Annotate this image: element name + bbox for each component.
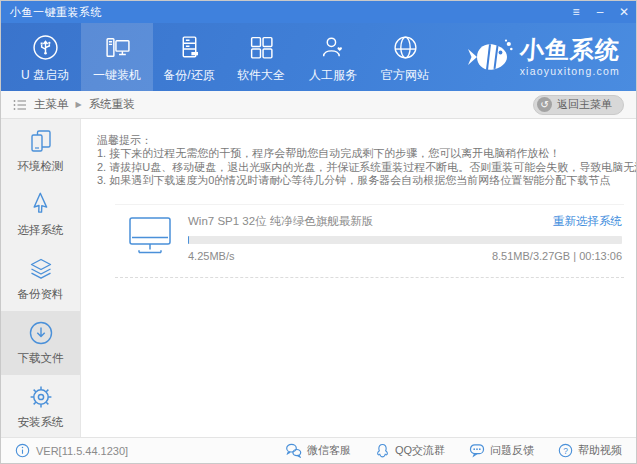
wechat-support-link[interactable]: 微信客服 [285, 443, 351, 458]
window-controls: ≡ – ✕ [564, 1, 636, 23]
layers-icon [28, 256, 54, 282]
nav-item-label: 官方网站 [381, 67, 429, 84]
sidebar-item-label: 选择系统 [18, 223, 64, 238]
website-icon [392, 31, 419, 61]
app-window: 小鱼一键重装系统 ≡ – ✕ U 盘启动 [0, 0, 637, 464]
status-link-label: 帮助视频 [578, 443, 622, 458]
wechat-icon [285, 443, 302, 458]
fish-logo-icon [467, 38, 513, 76]
sidebar-item-label: 备份资料 [18, 287, 64, 302]
close-icon[interactable]: ✕ [612, 1, 636, 23]
download-progress-text: 8.51MB/3.27GB | 00:13:06 [492, 250, 622, 262]
usb-icon [32, 31, 59, 61]
status-link-label: 问题反馈 [490, 443, 534, 458]
status-links: 微信客服 QQ交流群 [285, 443, 622, 459]
nav-item-label: U 盘启动 [21, 67, 69, 84]
download-progress-fill [188, 236, 189, 244]
top-nav: U 盘启动 一键装机 备份/ [1, 23, 636, 91]
sidebar-item-download-files[interactable]: 下载文件 [1, 311, 80, 375]
nav-item-software-center[interactable]: 软件大全 [225, 23, 297, 91]
help-video-link[interactable]: ? 帮助视频 [558, 443, 622, 458]
status-bar: VER[11.5.44.1230] 微信客服 [1, 437, 636, 463]
download-item: Win7 SP1 32位 纯净绿色旗舰最新版 重新选择系统 4.25MB/s 8… [115, 204, 624, 278]
gear-icon [28, 384, 54, 410]
download-details: Win7 SP1 32位 纯净绿色旗舰最新版 重新选择系统 4.25MB/s 8… [188, 214, 622, 262]
brand-logo: 小鱼系统 xiaoyuxitong.com [467, 23, 620, 91]
sidebar-item-install-system[interactable]: 安装系统 [1, 375, 80, 439]
feedback-icon [469, 443, 485, 458]
back-button-label: 返回主菜单 [557, 97, 612, 112]
monitor-icon [127, 215, 173, 257]
nav-item-label: 一键装机 [93, 67, 141, 84]
body-row: 环境检测 选择系统 备份资料 [1, 119, 636, 437]
download-name: Win7 SP1 32位 纯净绿色旗舰最新版 [188, 214, 553, 229]
download-speed: 4.25MB/s [188, 250, 234, 262]
status-link-label: QQ交流群 [395, 443, 445, 458]
breadcrumb-root[interactable]: 主菜单 [34, 97, 69, 112]
tips-title: 温馨提示： [97, 134, 624, 147]
nav-item-one-key-install[interactable]: 一键装机 [81, 23, 153, 91]
feedback-link[interactable]: 问题反馈 [469, 443, 534, 458]
nav-item-official-website[interactable]: 官方网站 [369, 23, 441, 91]
back-arrow-icon: ↺ [537, 97, 552, 112]
customer-service-icon [320, 31, 347, 61]
tips-line-2: 2. 请拔掉U盘、移动硬盘，退出光驱内的光盘，并保证系统重装过程不断电。否则重装… [97, 161, 624, 174]
tips-block: 温馨提示： 1. 接下来的过程无需您的干预，程序会帮助您自动完成剩下的步骤，您可… [97, 134, 624, 188]
info-icon [15, 443, 30, 458]
titlebar: 小鱼一键重装系统 ≡ – ✕ [1, 1, 636, 23]
cursor-icon [28, 192, 54, 218]
sidebar-item-label: 环境检测 [18, 159, 64, 174]
window-title: 小鱼一键重装系统 [10, 5, 102, 20]
menu-list-icon [13, 99, 27, 111]
sidebar: 环境检测 选择系统 备份资料 [1, 119, 81, 437]
logo-subtitle: xiaoyuxitong.com [520, 65, 620, 77]
sidebar-item-select-system[interactable]: 选择系统 [1, 183, 80, 247]
version-info: VER[11.5.44.1230] [15, 443, 128, 458]
reselect-system-link[interactable]: 重新选择系统 [553, 214, 622, 229]
nav-item-label: 备份/还原 [163, 67, 214, 84]
qq-icon [375, 443, 390, 459]
status-link-label: 微信客服 [307, 443, 351, 458]
nav-item-usb-boot[interactable]: U 盘启动 [9, 23, 81, 91]
main-content: 温馨提示： 1. 接下来的过程无需您的干预，程序会帮助您自动完成剩下的步骤，您可… [81, 119, 636, 437]
env-check-icon [28, 128, 54, 154]
nav-item-label: 软件大全 [237, 67, 285, 84]
software-grid-icon [248, 31, 275, 61]
nav-item-label: 人工服务 [309, 67, 357, 84]
version-label: VER[11.5.44.1230] [36, 445, 128, 457]
nav-item-customer-service[interactable]: 人工服务 [297, 23, 369, 91]
logo-text: 小鱼系统 xiaoyuxitong.com [520, 38, 620, 77]
breadcrumb-current: 系统重装 [89, 97, 135, 112]
backup-restore-icon [176, 31, 203, 61]
tips-line-3: 3. 如果遇到下载速度为0的情况时请耐心等待几分钟，服务器会自动根据您当前网络位… [97, 174, 624, 187]
sidebar-item-label: 下载文件 [18, 351, 64, 366]
nav-item-backup-restore[interactable]: 备份/还原 [153, 23, 225, 91]
tips-line-1: 1. 接下来的过程无需您的干预，程序会帮助您自动完成剩下的步骤，您可以离开电脑稍… [97, 147, 624, 160]
logo-title: 小鱼系统 [519, 38, 621, 62]
sidebar-item-backup-data[interactable]: 备份资料 [1, 247, 80, 311]
download-icon [28, 320, 54, 346]
breadcrumb-separator-icon: ▶ [76, 100, 82, 109]
menu-icon[interactable]: ≡ [564, 1, 588, 23]
qq-group-link[interactable]: QQ交流群 [375, 443, 445, 459]
svg-text:?: ? [563, 446, 568, 456]
back-to-main-menu-button[interactable]: ↺ 返回主菜单 [533, 95, 624, 115]
download-progress-bar [188, 236, 622, 244]
help-icon: ? [558, 443, 573, 458]
computer-icon [104, 31, 131, 61]
breadcrumb-bar: 主菜单 ▶ 系统重装 ↺ 返回主菜单 [1, 91, 636, 119]
sidebar-item-env-check[interactable]: 环境检测 [1, 119, 80, 183]
minimize-icon[interactable]: – [588, 1, 612, 23]
sidebar-item-label: 安装系统 [18, 415, 64, 430]
